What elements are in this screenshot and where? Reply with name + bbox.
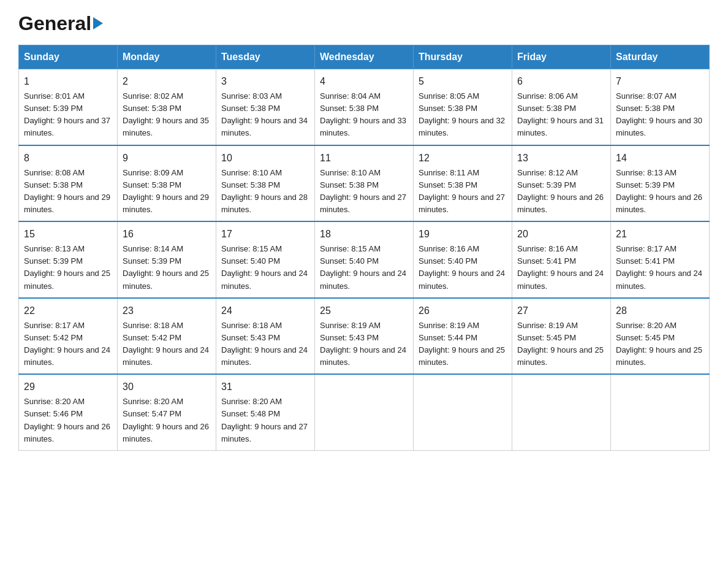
day-number: 20 [517, 227, 605, 242]
day-info: Sunrise: 8:17 AMSunset: 5:41 PMDaylight:… [616, 243, 704, 293]
day-number: 26 [419, 304, 507, 318]
calendar-cell: 14Sunrise: 8:13 AMSunset: 5:39 PMDayligh… [611, 145, 710, 222]
day-number: 22 [24, 304, 112, 318]
calendar-cell [414, 374, 512, 450]
day-info: Sunrise: 8:19 AMSunset: 5:44 PMDaylight:… [419, 320, 507, 369]
day-number: 2 [123, 74, 211, 89]
weekday-header-tuesday: Tuesday [216, 45, 315, 69]
calendar-cell: 10Sunrise: 8:10 AMSunset: 5:38 PMDayligh… [216, 145, 315, 222]
day-info: Sunrise: 8:13 AMSunset: 5:39 PMDaylight:… [24, 243, 112, 293]
calendar-cell: 22Sunrise: 8:17 AMSunset: 5:42 PMDayligh… [19, 298, 118, 375]
calendar-cell: 23Sunrise: 8:18 AMSunset: 5:42 PMDayligh… [118, 298, 216, 375]
day-info: Sunrise: 8:15 AMSunset: 5:40 PMDaylight:… [221, 243, 309, 293]
calendar-cell: 3Sunrise: 8:03 AMSunset: 5:38 PMDaylight… [216, 69, 315, 145]
calendar-table: SundayMondayTuesdayWednesdayThursdayFrid… [18, 45, 710, 451]
logo-general-text: General [18, 12, 91, 35]
day-number: 17 [221, 227, 309, 242]
day-number: 18 [320, 227, 408, 242]
logo-arrow-icon [93, 17, 103, 29]
calendar-cell: 26Sunrise: 8:19 AMSunset: 5:44 PMDayligh… [414, 298, 512, 375]
calendar-cell: 4Sunrise: 8:04 AMSunset: 5:38 PMDaylight… [315, 69, 414, 145]
calendar-cell: 21Sunrise: 8:17 AMSunset: 5:41 PMDayligh… [611, 221, 710, 298]
calendar-cell: 31Sunrise: 8:20 AMSunset: 5:48 PMDayligh… [216, 374, 315, 450]
calendar-cell: 6Sunrise: 8:06 AMSunset: 5:38 PMDaylight… [512, 69, 611, 145]
calendar-cell: 8Sunrise: 8:08 AMSunset: 5:38 PMDaylight… [19, 145, 118, 222]
day-info: Sunrise: 8:02 AMSunset: 5:38 PMDaylight:… [123, 90, 211, 140]
day-info: Sunrise: 8:14 AMSunset: 5:39 PMDaylight:… [123, 243, 211, 293]
weekday-header-saturday: Saturday [611, 45, 710, 69]
day-info: Sunrise: 8:20 AMSunset: 5:46 PMDaylight:… [24, 396, 112, 445]
day-info: Sunrise: 8:13 AMSunset: 5:39 PMDaylight:… [616, 167, 704, 216]
day-info: Sunrise: 8:19 AMSunset: 5:43 PMDaylight:… [320, 320, 408, 369]
day-number: 31 [221, 380, 309, 394]
calendar-cell: 30Sunrise: 8:20 AMSunset: 5:47 PMDayligh… [118, 374, 216, 450]
calendar-cell: 20Sunrise: 8:16 AMSunset: 5:41 PMDayligh… [512, 221, 611, 298]
day-info: Sunrise: 8:06 AMSunset: 5:38 PMDaylight:… [517, 90, 605, 140]
calendar-cell: 12Sunrise: 8:11 AMSunset: 5:38 PMDayligh… [414, 145, 512, 222]
calendar-cell: 18Sunrise: 8:15 AMSunset: 5:40 PMDayligh… [315, 221, 414, 298]
calendar-cell [315, 374, 414, 450]
day-info: Sunrise: 8:04 AMSunset: 5:38 PMDaylight:… [320, 90, 408, 140]
day-number: 25 [320, 304, 408, 318]
day-info: Sunrise: 8:15 AMSunset: 5:40 PMDaylight:… [320, 243, 408, 293]
calendar-cell: 15Sunrise: 8:13 AMSunset: 5:39 PMDayligh… [19, 221, 118, 298]
weekday-header-wednesday: Wednesday [315, 45, 414, 69]
day-info: Sunrise: 8:10 AMSunset: 5:38 PMDaylight:… [221, 167, 309, 216]
calendar-cell: 13Sunrise: 8:12 AMSunset: 5:39 PMDayligh… [512, 145, 611, 222]
calendar-cell: 28Sunrise: 8:20 AMSunset: 5:45 PMDayligh… [611, 298, 710, 375]
page-header: General [18, 12, 710, 33]
day-number: 4 [320, 74, 408, 89]
day-info: Sunrise: 8:16 AMSunset: 5:40 PMDaylight:… [419, 243, 507, 293]
calendar-cell: 16Sunrise: 8:14 AMSunset: 5:39 PMDayligh… [118, 221, 216, 298]
day-number: 10 [221, 151, 309, 166]
day-number: 28 [616, 304, 704, 318]
day-info: Sunrise: 8:10 AMSunset: 5:38 PMDaylight:… [320, 167, 408, 216]
weekday-header-monday: Monday [118, 45, 216, 69]
calendar-week-4: 22Sunrise: 8:17 AMSunset: 5:42 PMDayligh… [19, 298, 710, 375]
day-info: Sunrise: 8:09 AMSunset: 5:38 PMDaylight:… [123, 167, 211, 216]
day-info: Sunrise: 8:20 AMSunset: 5:47 PMDaylight:… [123, 396, 211, 445]
calendar-cell: 24Sunrise: 8:18 AMSunset: 5:43 PMDayligh… [216, 298, 315, 375]
day-number: 30 [123, 380, 211, 394]
weekday-header-thursday: Thursday [414, 45, 512, 69]
day-number: 13 [517, 151, 605, 166]
calendar-header-row: SundayMondayTuesdayWednesdayThursdayFrid… [19, 45, 710, 69]
calendar-cell: 5Sunrise: 8:05 AMSunset: 5:38 PMDaylight… [414, 69, 512, 145]
day-info: Sunrise: 8:20 AMSunset: 5:48 PMDaylight:… [221, 396, 309, 445]
calendar-cell [512, 374, 611, 450]
day-number: 16 [123, 227, 211, 242]
day-number: 3 [221, 74, 309, 89]
weekday-header-friday: Friday [512, 45, 611, 69]
calendar-cell: 27Sunrise: 8:19 AMSunset: 5:45 PMDayligh… [512, 298, 611, 375]
day-number: 6 [517, 74, 605, 89]
logo: General [18, 12, 103, 33]
calendar-week-5: 29Sunrise: 8:20 AMSunset: 5:46 PMDayligh… [19, 374, 710, 450]
day-number: 5 [419, 74, 507, 89]
day-number: 9 [123, 151, 211, 166]
calendar-cell: 19Sunrise: 8:16 AMSunset: 5:40 PMDayligh… [414, 221, 512, 298]
day-number: 7 [616, 74, 704, 89]
day-info: Sunrise: 8:16 AMSunset: 5:41 PMDaylight:… [517, 243, 605, 293]
day-number: 14 [616, 151, 704, 166]
day-info: Sunrise: 8:18 AMSunset: 5:42 PMDaylight:… [123, 320, 211, 369]
day-info: Sunrise: 8:18 AMSunset: 5:43 PMDaylight:… [221, 320, 309, 369]
day-number: 8 [24, 151, 112, 166]
calendar-cell: 11Sunrise: 8:10 AMSunset: 5:38 PMDayligh… [315, 145, 414, 222]
calendar-cell: 29Sunrise: 8:20 AMSunset: 5:46 PMDayligh… [19, 374, 118, 450]
day-info: Sunrise: 8:05 AMSunset: 5:38 PMDaylight:… [419, 90, 507, 140]
day-number: 12 [419, 151, 507, 166]
calendar-cell: 25Sunrise: 8:19 AMSunset: 5:43 PMDayligh… [315, 298, 414, 375]
day-info: Sunrise: 8:20 AMSunset: 5:45 PMDaylight:… [616, 320, 704, 369]
day-number: 29 [24, 380, 112, 394]
calendar-week-3: 15Sunrise: 8:13 AMSunset: 5:39 PMDayligh… [19, 221, 710, 298]
day-number: 24 [221, 304, 309, 318]
calendar-cell: 2Sunrise: 8:02 AMSunset: 5:38 PMDaylight… [118, 69, 216, 145]
day-number: 19 [419, 227, 507, 242]
day-info: Sunrise: 8:17 AMSunset: 5:42 PMDaylight:… [24, 320, 112, 369]
calendar-cell: 7Sunrise: 8:07 AMSunset: 5:38 PMDaylight… [611, 69, 710, 145]
calendar-body: 1Sunrise: 8:01 AMSunset: 5:39 PMDaylight… [19, 69, 710, 451]
day-number: 21 [616, 227, 704, 242]
day-info: Sunrise: 8:11 AMSunset: 5:38 PMDaylight:… [419, 167, 507, 216]
calendar-week-2: 8Sunrise: 8:08 AMSunset: 5:38 PMDaylight… [19, 145, 710, 222]
day-info: Sunrise: 8:08 AMSunset: 5:38 PMDaylight:… [24, 167, 112, 216]
